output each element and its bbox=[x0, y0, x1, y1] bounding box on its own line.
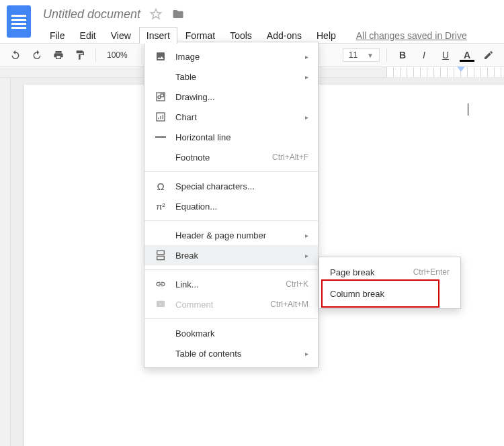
drawing-icon bbox=[153, 91, 169, 102]
chevron-right-icon: ▸ bbox=[305, 53, 308, 60]
pi-icon: π² bbox=[153, 202, 169, 212]
break-icon bbox=[153, 250, 169, 261]
save-status[interactable]: All changes saved in Drive bbox=[356, 30, 467, 41]
menu-item-header-page-number[interactable]: Header & page number ▸ bbox=[144, 225, 318, 245]
chevron-right-icon: ▸ bbox=[305, 114, 308, 121]
horizontal-ruler-page[interactable] bbox=[386, 67, 504, 78]
svg-marker-0 bbox=[151, 9, 161, 19]
text-color-button[interactable]: A bbox=[458, 50, 476, 60]
paint-format-button[interactable] bbox=[71, 46, 89, 64]
submenu-item-label: Column break bbox=[330, 289, 450, 299]
menu-item-label: Image bbox=[175, 52, 305, 62]
hr-icon bbox=[153, 136, 169, 138]
highlight-button[interactable] bbox=[480, 46, 497, 64]
menu-divider bbox=[144, 171, 318, 172]
menu-divider bbox=[144, 318, 318, 319]
menu-item-label: Chart bbox=[175, 112, 305, 122]
docs-logo-icon[interactable] bbox=[7, 5, 31, 38]
menu-item-link[interactable]: Link... Ctrl+K bbox=[144, 274, 318, 294]
menu-help[interactable]: Help bbox=[310, 28, 343, 44]
comment-icon bbox=[153, 299, 169, 310]
menu-addons[interactable]: Add-ons bbox=[260, 28, 308, 44]
menu-format[interactable]: Format bbox=[179, 28, 222, 44]
shortcut-label: Ctrl+Alt+F bbox=[272, 152, 308, 162]
shortcut-label: Ctrl+Enter bbox=[413, 267, 450, 277]
menu-item-label: Comment bbox=[175, 300, 270, 310]
menu-item-footnote[interactable]: Footnote Ctrl+Alt+F bbox=[144, 147, 318, 167]
menu-item-label: Footnote bbox=[175, 152, 272, 163]
svg-rect-5 bbox=[155, 136, 166, 138]
menu-item-table-of-contents[interactable]: Table of contents ▸ bbox=[144, 343, 318, 363]
move-to-folder-icon[interactable] bbox=[171, 8, 185, 20]
underline-button[interactable]: U bbox=[437, 50, 454, 60]
chevron-right-icon: ▸ bbox=[305, 252, 308, 259]
chevron-right-icon: ▸ bbox=[305, 232, 308, 239]
menu-item-horizontal-line[interactable]: Horizontal line bbox=[144, 127, 318, 147]
menu-item-chart[interactable]: Chart ▸ bbox=[144, 107, 318, 127]
menu-item-label: Break bbox=[175, 251, 305, 261]
menu-item-label: Special characters... bbox=[175, 181, 308, 191]
menu-edit[interactable]: Edit bbox=[73, 28, 103, 44]
omega-icon: Ω bbox=[153, 181, 169, 192]
menu-divider bbox=[144, 220, 318, 221]
svg-rect-6 bbox=[157, 251, 165, 254]
menu-item-label: Bookmark bbox=[175, 328, 308, 339]
menu-item-image[interactable]: Image ▸ bbox=[144, 46, 318, 66]
shortcut-label: Ctrl+K bbox=[286, 279, 308, 289]
print-button[interactable] bbox=[50, 46, 67, 64]
menu-insert[interactable]: Insert bbox=[139, 27, 177, 44]
submenu-item-label: Page break bbox=[330, 267, 413, 277]
menu-item-label: Table bbox=[175, 72, 305, 82]
chevron-down-icon: ▼ bbox=[367, 52, 374, 59]
document-title[interactable]: Untitled document bbox=[43, 7, 140, 21]
undo-button[interactable] bbox=[7, 46, 24, 64]
zoom-select[interactable]: 100% bbox=[103, 48, 132, 62]
svg-rect-7 bbox=[157, 256, 165, 259]
menu-item-table[interactable]: Table ▸ bbox=[144, 66, 318, 87]
menu-item-label: Horizontal line bbox=[175, 132, 308, 142]
menu-item-label: Drawing... bbox=[175, 92, 308, 102]
menu-item-drawing[interactable]: Drawing... bbox=[144, 87, 318, 107]
menu-divider bbox=[144, 269, 318, 270]
menu-item-label: Table of contents bbox=[175, 349, 305, 359]
menu-file[interactable]: File bbox=[43, 28, 72, 44]
star-icon[interactable] bbox=[150, 8, 162, 20]
menu-item-label: Link... bbox=[175, 279, 286, 289]
menu-item-special-characters[interactable]: Ω Special characters... bbox=[144, 176, 318, 196]
menu-tools[interactable]: Tools bbox=[223, 28, 259, 44]
font-size-value: 11 bbox=[349, 50, 358, 60]
link-icon bbox=[153, 279, 169, 289]
svg-rect-8 bbox=[157, 301, 165, 307]
chart-icon bbox=[153, 112, 169, 122]
svg-rect-3 bbox=[161, 94, 164, 97]
font-size-select[interactable]: 11 ▼ bbox=[343, 48, 380, 62]
menu-item-label: Header & page number bbox=[175, 230, 305, 240]
submenu-item-page-break[interactable]: Page break Ctrl+Enter bbox=[319, 261, 460, 283]
redo-button[interactable] bbox=[28, 46, 46, 64]
bold-button[interactable]: B bbox=[394, 50, 411, 60]
text-cursor bbox=[468, 103, 468, 116]
menu-item-comment: Comment Ctrl+Alt+M bbox=[144, 294, 318, 314]
chevron-right-icon: ▸ bbox=[305, 73, 308, 81]
menu-view[interactable]: View bbox=[104, 28, 138, 44]
menu-item-bookmark[interactable]: Bookmark bbox=[144, 323, 318, 343]
menu-item-break[interactable]: Break ▸ bbox=[144, 245, 318, 265]
italic-button[interactable]: I bbox=[415, 50, 433, 60]
vertical-ruler[interactable] bbox=[0, 78, 11, 446]
insert-menu-dropdown: Image ▸ Table ▸ Drawing... Chart ▸ Horiz… bbox=[144, 42, 319, 368]
chevron-right-icon: ▸ bbox=[305, 350, 308, 357]
submenu-item-column-break[interactable]: Column break bbox=[319, 283, 460, 304]
menu-item-label: Equation... bbox=[175, 202, 308, 212]
menu-item-equation[interactable]: π² Equation... bbox=[144, 196, 318, 216]
image-icon bbox=[153, 51, 169, 62]
zoom-value: 100% bbox=[107, 50, 128, 60]
break-submenu: Page break Ctrl+Enter Column break bbox=[319, 257, 461, 309]
shortcut-label: Ctrl+Alt+M bbox=[270, 300, 308, 309]
